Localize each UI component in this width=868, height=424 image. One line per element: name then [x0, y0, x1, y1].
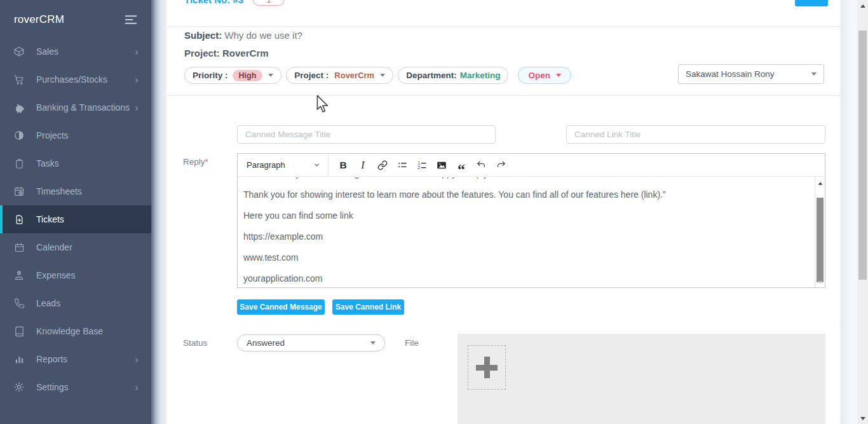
app-logo: roverCRM [14, 13, 64, 26]
bar-chart-icon [13, 353, 25, 366]
sidebar-item-settings[interactable]: Settings › [0, 373, 151, 401]
sidebar-item-label: Tasks [36, 158, 59, 168]
sidebar-item-label: Purchases/Stocks [36, 74, 107, 85]
sidebar-item-label: Projects [36, 130, 69, 140]
sidebar-item-label: Banking & Transactions [36, 102, 130, 113]
sidebar-item-label: Expenses [36, 270, 75, 280]
save-canned-link-button[interactable]: Save Canned Link [332, 299, 404, 315]
editor-paragraph: yourapplication.com [243, 272, 815, 285]
chevron-down-icon [313, 161, 320, 168]
app-root: roverCRM Sales › Purchases/Stocks [0, 0, 868, 424]
insert-image-button[interactable] [432, 156, 451, 174]
editor-paragraph: https://example.com [243, 230, 815, 243]
chevron-down-icon [380, 74, 385, 77]
bold-button[interactable]: B [334, 156, 353, 174]
assignee-select[interactable]: Sakawat Hossain Rony [678, 64, 824, 84]
canned-message-title-input[interactable] [237, 125, 496, 144]
editor-scrollbar[interactable] [815, 177, 825, 287]
sidebar-item-purchases-stocks[interactable]: Purchases/Stocks › [0, 65, 151, 93]
clipboard-icon [13, 157, 25, 170]
file-upload-area [458, 334, 825, 424]
sidebar-item-tickets[interactable]: Tickets [0, 205, 151, 233]
ticket-detail-panel: Ticket No: #3 1 Subject: Why do we use i… [166, 0, 841, 424]
editor-content[interactable]: Hello! Thank you for reaching out to us.… [238, 177, 815, 287]
sidebar-item-leads[interactable]: Leads [0, 289, 151, 317]
ticket-status-dropdown[interactable]: Open [518, 67, 571, 84]
sidebar: roverCRM Sales › Purchases/Stocks [0, 0, 151, 424]
scroll-up-arrow-icon[interactable] [857, 1, 868, 10]
sidebar-item-label: Tickets [36, 214, 64, 224]
project-dropdown[interactable]: Project : RoverCrm [286, 67, 393, 84]
reply-editor: Paragraph B I 12 [237, 153, 825, 288]
subject-value: Why do we use it? [224, 30, 302, 41]
project-pill-value: RoverCrm [334, 71, 374, 80]
add-file-button[interactable] [468, 345, 506, 390]
sidebar-item-label: Knowledge Base [36, 326, 103, 336]
redo-icon [496, 160, 506, 170]
blockquote-button[interactable]: “ [452, 156, 471, 174]
sidebar-item-knowledge-base[interactable]: Knowledge Base [0, 317, 151, 345]
toolbar-separator [328, 154, 329, 177]
ticket-status-value: Open [528, 71, 550, 80]
editor-paragraph: Here you can find some link [243, 209, 815, 222]
assignee-value: Sakawat Hossain Rony [686, 69, 775, 79]
page-scrollbar[interactable] [857, 0, 868, 424]
sidebar-item-banking-transactions[interactable]: Banking & Transactions › [0, 93, 151, 121]
sidebar-item-sales[interactable]: Sales › [0, 38, 151, 65]
numbered-list-button[interactable]: 12 [412, 156, 431, 174]
chevron-down-icon [370, 341, 376, 345]
bulleted-list-button[interactable] [393, 156, 412, 174]
sidebar-item-label: Reports [36, 354, 67, 364]
scroll-down-arrow-icon[interactable] [815, 278, 825, 286]
ticket-attributes-row: Priority : High Project : RoverCrm Depar… [184, 67, 571, 84]
page-scrollbar-thumb[interactable] [858, 31, 867, 280]
redo-button[interactable] [491, 156, 510, 174]
primary-action-button[interactable] [795, 0, 828, 6]
paragraph-style-dropdown[interactable]: Paragraph [247, 160, 320, 170]
priority-dropdown[interactable]: Priority : High [184, 67, 281, 84]
bulleted-list-icon [397, 160, 408, 170]
chevron-down-icon [556, 74, 561, 77]
reply-label: Reply* [183, 157, 208, 167]
chevron-right-icon: › [135, 74, 139, 85]
editor-toolbar: Paragraph B I 12 [238, 154, 825, 177]
reply-count-badge: 1 [253, 0, 285, 6]
section-divider [166, 95, 841, 96]
editor-scrollbar-thumb[interactable] [817, 198, 824, 282]
sidebar-item-tasks[interactable]: Tasks [0, 149, 151, 177]
italic-button[interactable]: I [353, 156, 372, 174]
undo-button[interactable] [471, 156, 491, 174]
status-value: Answered [247, 338, 285, 348]
status-select[interactable]: Answered [237, 334, 385, 352]
ticket-number: Ticket No: #3 [184, 0, 243, 5]
chevron-right-icon: › [135, 102, 139, 113]
sidebar-item-projects[interactable]: Projects [0, 121, 151, 149]
sidebar-item-reports[interactable]: Reports › [0, 345, 151, 373]
file-label: File [405, 338, 419, 348]
chevron-right-icon: › [135, 382, 139, 393]
undo-icon [476, 160, 487, 170]
sidebar-item-expenses[interactable]: Expenses [0, 261, 151, 289]
editor-paragraph: Thank you for showing interest to learn … [243, 188, 815, 201]
sidebar-item-label: Leads [36, 298, 60, 308]
project-pill-label: Project : [294, 71, 329, 80]
priority-badge: High [233, 70, 263, 81]
canned-link-title-input[interactable] [566, 125, 825, 144]
scroll-up-arrow-icon[interactable] [815, 179, 825, 187]
required-asterisk: * [205, 157, 208, 167]
link-button[interactable] [373, 156, 392, 174]
sidebar-item-timesheets[interactable]: Timesheets [0, 177, 151, 205]
sidebar-item-calender[interactable]: Calender [0, 233, 151, 261]
sidebar-item-label: Timesheets [36, 186, 82, 196]
editor-paragraph: www.test.com [243, 251, 815, 264]
image-icon [436, 160, 447, 171]
sidebar-header: roverCRM [0, 0, 151, 39]
chevron-right-icon: › [135, 354, 139, 365]
cart-icon [13, 73, 25, 86]
save-canned-message-button[interactable]: Save Canned Message [237, 299, 325, 315]
scroll-down-arrow-icon[interactable] [857, 414, 868, 423]
hamburger-menu-icon[interactable] [125, 15, 137, 25]
ticket-file-icon [13, 213, 25, 226]
calendar-icon [13, 241, 25, 254]
toolbar-buttons: B I 12 “ [334, 156, 510, 174]
